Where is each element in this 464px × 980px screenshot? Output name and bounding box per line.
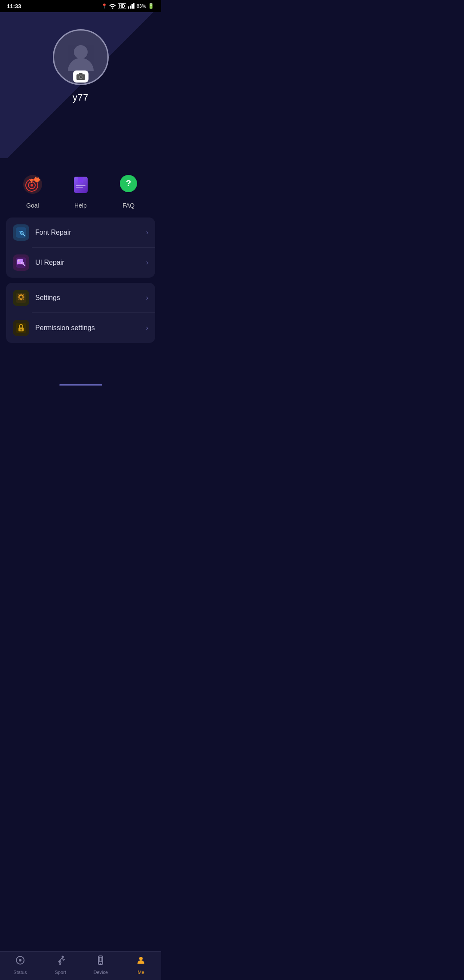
- faq-icon: ?: [116, 172, 140, 196]
- settings-icon-wrap: [13, 290, 29, 306]
- camera-icon: [76, 73, 85, 80]
- svg-text:T: T: [19, 230, 23, 236]
- ui-repair-icon-wrap: [13, 254, 29, 271]
- header-background: y77: [0, 12, 161, 158]
- permission-settings-chevron: ›: [146, 324, 148, 332]
- svg-rect-2: [131, 4, 133, 9]
- action-help[interactable]: Help: [57, 171, 105, 209]
- ui-repair-icon: [15, 257, 27, 268]
- svg-point-12: [31, 184, 33, 187]
- ui-repair-chevron: ›: [146, 259, 148, 266]
- svg-rect-8: [79, 73, 82, 74]
- username: y77: [73, 92, 89, 103]
- action-goal[interactable]: Goal: [9, 171, 57, 209]
- menu-section-repair: T Font Repair › UI Repair: [6, 217, 155, 278]
- help-icon-wrap: [67, 171, 94, 198]
- action-faq[interactable]: ? FAQ: [104, 171, 153, 209]
- permission-icon-wrap: [13, 320, 29, 336]
- signal-icon: [128, 3, 135, 9]
- svg-rect-16: [76, 187, 83, 188]
- menu-section-settings: Settings › Permission settings ›: [6, 283, 155, 343]
- help-icon: [70, 173, 92, 196]
- svg-point-4: [74, 45, 88, 59]
- wifi-icon: [109, 3, 116, 9]
- quick-actions: Goal: [0, 158, 161, 217]
- settings-icon: [15, 292, 27, 303]
- battery-icon: 🔋: [148, 3, 154, 9]
- nav-indicator: [59, 384, 102, 386]
- person-silhouette-icon: [64, 40, 98, 74]
- ui-repair-label: UI Repair: [35, 259, 146, 266]
- battery-text: 83%: [137, 3, 146, 9]
- svg-rect-0: [128, 6, 129, 9]
- profile-section: y77: [0, 12, 161, 112]
- menu-item-permission-settings[interactable]: Permission settings ›: [6, 313, 155, 343]
- goal-label: Goal: [26, 202, 39, 209]
- settings-chevron: ›: [146, 294, 148, 302]
- menu-item-font-repair[interactable]: T Font Repair ›: [6, 217, 155, 248]
- svg-point-7: [79, 76, 82, 78]
- svg-rect-3: [133, 3, 134, 9]
- font-repair-label: Font Repair: [35, 229, 146, 236]
- menu-item-settings[interactable]: Settings ›: [6, 283, 155, 313]
- font-repair-icon-wrap: T: [13, 224, 29, 241]
- goal-icon-wrap: [19, 171, 46, 198]
- settings-label: Settings: [35, 294, 146, 302]
- permission-settings-label: Permission settings: [35, 324, 146, 332]
- svg-rect-15: [76, 185, 85, 186]
- help-label: Help: [74, 202, 87, 209]
- svg-point-25: [18, 260, 20, 262]
- permission-icon: [15, 322, 27, 334]
- hd-badge: HD: [118, 3, 126, 9]
- status-bar: 11:33 📍 HD 83% 🔋: [0, 0, 161, 12]
- menu-item-ui-repair[interactable]: UI Repair ›: [6, 248, 155, 278]
- svg-rect-1: [130, 6, 131, 9]
- svg-text:?: ?: [126, 178, 131, 188]
- font-repair-icon: T: [15, 227, 27, 238]
- goal-icon: [21, 172, 45, 196]
- location-icon: 📍: [101, 3, 107, 9]
- faq-label: FAQ: [122, 202, 134, 209]
- avatar-wrapper[interactable]: [53, 29, 109, 85]
- faq-icon-wrap: ?: [115, 171, 142, 198]
- status-icons: 📍 HD 83% 🔋: [101, 3, 154, 9]
- font-repair-chevron: ›: [146, 229, 148, 236]
- camera-badge[interactable]: [73, 70, 89, 83]
- status-time: 11:33: [7, 3, 21, 9]
